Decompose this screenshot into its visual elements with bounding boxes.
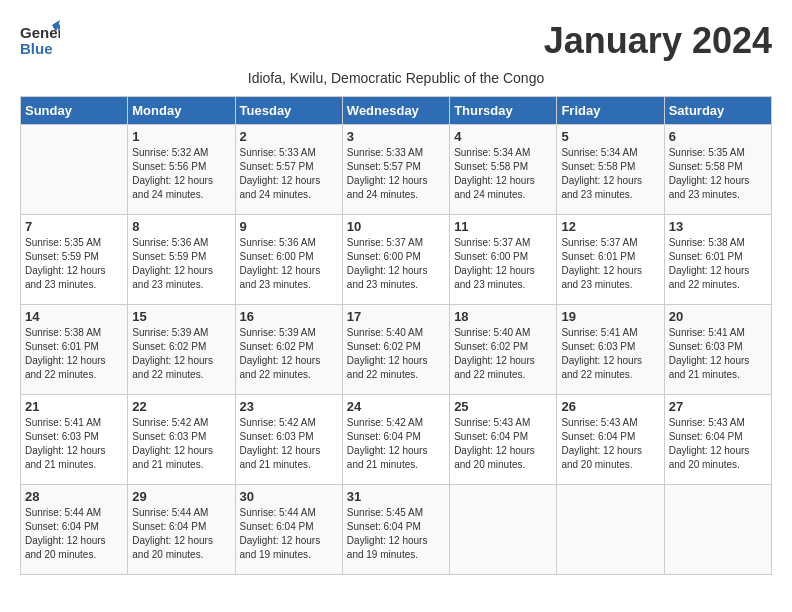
day-info: Sunrise: 5:33 AMSunset: 5:57 PMDaylight:… bbox=[240, 146, 338, 202]
day-cell bbox=[664, 485, 771, 575]
month-title: January 2024 bbox=[544, 20, 772, 62]
day-info: Sunrise: 5:35 AMSunset: 5:58 PMDaylight:… bbox=[669, 146, 767, 202]
day-number: 25 bbox=[454, 399, 552, 414]
day-info: Sunrise: 5:36 AMSunset: 5:59 PMDaylight:… bbox=[132, 236, 230, 292]
day-cell: 14Sunrise: 5:38 AMSunset: 6:01 PMDayligh… bbox=[21, 305, 128, 395]
day-number: 30 bbox=[240, 489, 338, 504]
day-info: Sunrise: 5:37 AMSunset: 6:00 PMDaylight:… bbox=[454, 236, 552, 292]
day-info: Sunrise: 5:32 AMSunset: 5:56 PMDaylight:… bbox=[132, 146, 230, 202]
day-number: 7 bbox=[25, 219, 123, 234]
day-info: Sunrise: 5:39 AMSunset: 6:02 PMDaylight:… bbox=[240, 326, 338, 382]
day-cell: 26Sunrise: 5:43 AMSunset: 6:04 PMDayligh… bbox=[557, 395, 664, 485]
day-info: Sunrise: 5:35 AMSunset: 5:59 PMDaylight:… bbox=[25, 236, 123, 292]
day-info: Sunrise: 5:44 AMSunset: 6:04 PMDaylight:… bbox=[132, 506, 230, 562]
col-header-monday: Monday bbox=[128, 97, 235, 125]
day-cell: 18Sunrise: 5:40 AMSunset: 6:02 PMDayligh… bbox=[450, 305, 557, 395]
day-cell: 10Sunrise: 5:37 AMSunset: 6:00 PMDayligh… bbox=[342, 215, 449, 305]
day-cell: 23Sunrise: 5:42 AMSunset: 6:03 PMDayligh… bbox=[235, 395, 342, 485]
day-cell: 16Sunrise: 5:39 AMSunset: 6:02 PMDayligh… bbox=[235, 305, 342, 395]
day-info: Sunrise: 5:39 AMSunset: 6:02 PMDaylight:… bbox=[132, 326, 230, 382]
day-number: 24 bbox=[347, 399, 445, 414]
day-number: 5 bbox=[561, 129, 659, 144]
day-info: Sunrise: 5:37 AMSunset: 6:01 PMDaylight:… bbox=[561, 236, 659, 292]
day-number: 26 bbox=[561, 399, 659, 414]
day-info: Sunrise: 5:42 AMSunset: 6:03 PMDaylight:… bbox=[132, 416, 230, 472]
day-cell: 25Sunrise: 5:43 AMSunset: 6:04 PMDayligh… bbox=[450, 395, 557, 485]
day-cell: 1Sunrise: 5:32 AMSunset: 5:56 PMDaylight… bbox=[128, 125, 235, 215]
day-number: 6 bbox=[669, 129, 767, 144]
col-header-friday: Friday bbox=[557, 97, 664, 125]
day-number: 14 bbox=[25, 309, 123, 324]
day-info: Sunrise: 5:41 AMSunset: 6:03 PMDaylight:… bbox=[561, 326, 659, 382]
day-info: Sunrise: 5:40 AMSunset: 6:02 PMDaylight:… bbox=[347, 326, 445, 382]
day-number: 8 bbox=[132, 219, 230, 234]
day-cell: 12Sunrise: 5:37 AMSunset: 6:01 PMDayligh… bbox=[557, 215, 664, 305]
day-number: 12 bbox=[561, 219, 659, 234]
day-info: Sunrise: 5:44 AMSunset: 6:04 PMDaylight:… bbox=[25, 506, 123, 562]
day-cell: 28Sunrise: 5:44 AMSunset: 6:04 PMDayligh… bbox=[21, 485, 128, 575]
day-info: Sunrise: 5:40 AMSunset: 6:02 PMDaylight:… bbox=[454, 326, 552, 382]
day-cell: 17Sunrise: 5:40 AMSunset: 6:02 PMDayligh… bbox=[342, 305, 449, 395]
day-number: 2 bbox=[240, 129, 338, 144]
page-header: General Blue January 2024 bbox=[20, 20, 772, 64]
day-cell: 19Sunrise: 5:41 AMSunset: 6:03 PMDayligh… bbox=[557, 305, 664, 395]
day-info: Sunrise: 5:38 AMSunset: 6:01 PMDaylight:… bbox=[669, 236, 767, 292]
col-header-thursday: Thursday bbox=[450, 97, 557, 125]
day-cell: 22Sunrise: 5:42 AMSunset: 6:03 PMDayligh… bbox=[128, 395, 235, 485]
day-info: Sunrise: 5:36 AMSunset: 6:00 PMDaylight:… bbox=[240, 236, 338, 292]
col-header-wednesday: Wednesday bbox=[342, 97, 449, 125]
day-info: Sunrise: 5:45 AMSunset: 6:04 PMDaylight:… bbox=[347, 506, 445, 562]
day-cell: 29Sunrise: 5:44 AMSunset: 6:04 PMDayligh… bbox=[128, 485, 235, 575]
day-number: 9 bbox=[240, 219, 338, 234]
day-cell: 27Sunrise: 5:43 AMSunset: 6:04 PMDayligh… bbox=[664, 395, 771, 485]
calendar-header-row: SundayMondayTuesdayWednesdayThursdayFrid… bbox=[21, 97, 772, 125]
day-number: 16 bbox=[240, 309, 338, 324]
col-header-sunday: Sunday bbox=[21, 97, 128, 125]
logo: General Blue bbox=[20, 20, 60, 64]
day-number: 10 bbox=[347, 219, 445, 234]
day-info: Sunrise: 5:42 AMSunset: 6:03 PMDaylight:… bbox=[240, 416, 338, 472]
day-cell: 24Sunrise: 5:42 AMSunset: 6:04 PMDayligh… bbox=[342, 395, 449, 485]
day-number: 4 bbox=[454, 129, 552, 144]
day-number: 17 bbox=[347, 309, 445, 324]
day-info: Sunrise: 5:38 AMSunset: 6:01 PMDaylight:… bbox=[25, 326, 123, 382]
day-cell: 30Sunrise: 5:44 AMSunset: 6:04 PMDayligh… bbox=[235, 485, 342, 575]
day-info: Sunrise: 5:34 AMSunset: 5:58 PMDaylight:… bbox=[454, 146, 552, 202]
day-number: 11 bbox=[454, 219, 552, 234]
day-cell: 8Sunrise: 5:36 AMSunset: 5:59 PMDaylight… bbox=[128, 215, 235, 305]
col-header-saturday: Saturday bbox=[664, 97, 771, 125]
day-cell: 13Sunrise: 5:38 AMSunset: 6:01 PMDayligh… bbox=[664, 215, 771, 305]
week-row-2: 7Sunrise: 5:35 AMSunset: 5:59 PMDaylight… bbox=[21, 215, 772, 305]
week-row-3: 14Sunrise: 5:38 AMSunset: 6:01 PMDayligh… bbox=[21, 305, 772, 395]
day-cell: 4Sunrise: 5:34 AMSunset: 5:58 PMDaylight… bbox=[450, 125, 557, 215]
day-number: 29 bbox=[132, 489, 230, 504]
week-row-1: 1Sunrise: 5:32 AMSunset: 5:56 PMDaylight… bbox=[21, 125, 772, 215]
day-info: Sunrise: 5:43 AMSunset: 6:04 PMDaylight:… bbox=[454, 416, 552, 472]
svg-text:Blue: Blue bbox=[20, 40, 53, 57]
day-cell bbox=[557, 485, 664, 575]
day-number: 1 bbox=[132, 129, 230, 144]
day-number: 18 bbox=[454, 309, 552, 324]
day-number: 31 bbox=[347, 489, 445, 504]
day-number: 3 bbox=[347, 129, 445, 144]
day-cell: 7Sunrise: 5:35 AMSunset: 5:59 PMDaylight… bbox=[21, 215, 128, 305]
day-info: Sunrise: 5:33 AMSunset: 5:57 PMDaylight:… bbox=[347, 146, 445, 202]
day-info: Sunrise: 5:43 AMSunset: 6:04 PMDaylight:… bbox=[561, 416, 659, 472]
day-number: 22 bbox=[132, 399, 230, 414]
day-cell: 20Sunrise: 5:41 AMSunset: 6:03 PMDayligh… bbox=[664, 305, 771, 395]
day-info: Sunrise: 5:41 AMSunset: 6:03 PMDaylight:… bbox=[25, 416, 123, 472]
day-number: 23 bbox=[240, 399, 338, 414]
day-info: Sunrise: 5:43 AMSunset: 6:04 PMDaylight:… bbox=[669, 416, 767, 472]
day-number: 20 bbox=[669, 309, 767, 324]
day-cell: 3Sunrise: 5:33 AMSunset: 5:57 PMDaylight… bbox=[342, 125, 449, 215]
week-row-4: 21Sunrise: 5:41 AMSunset: 6:03 PMDayligh… bbox=[21, 395, 772, 485]
day-number: 27 bbox=[669, 399, 767, 414]
day-cell: 31Sunrise: 5:45 AMSunset: 6:04 PMDayligh… bbox=[342, 485, 449, 575]
subtitle: Idiofa, Kwilu, Democratic Republic of th… bbox=[20, 70, 772, 86]
day-info: Sunrise: 5:42 AMSunset: 6:04 PMDaylight:… bbox=[347, 416, 445, 472]
day-number: 19 bbox=[561, 309, 659, 324]
day-cell: 9Sunrise: 5:36 AMSunset: 6:00 PMDaylight… bbox=[235, 215, 342, 305]
day-cell bbox=[450, 485, 557, 575]
day-cell: 21Sunrise: 5:41 AMSunset: 6:03 PMDayligh… bbox=[21, 395, 128, 485]
day-number: 21 bbox=[25, 399, 123, 414]
